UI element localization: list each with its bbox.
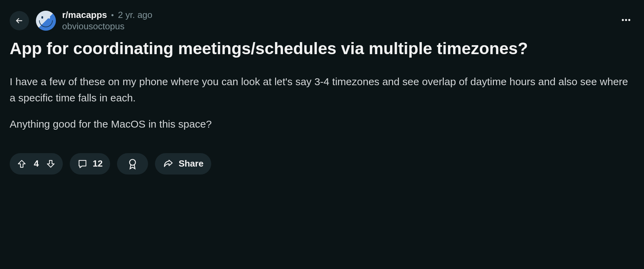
svg-point-2 [628, 19, 630, 21]
meta-top-row: r/macapps • 2 yr. ago [62, 10, 153, 20]
meta-separator: • [111, 11, 114, 20]
comment-icon [77, 159, 88, 169]
more-horizontal-icon [621, 14, 632, 26]
arrow-down-icon [46, 159, 56, 169]
back-button[interactable] [10, 11, 29, 30]
award-button[interactable] [117, 153, 148, 175]
body-paragraph: I have a few of these on my phone where … [10, 74, 631, 106]
arrow-up-icon [17, 159, 27, 169]
svg-point-0 [622, 19, 624, 21]
share-button[interactable]: Share [155, 153, 211, 175]
subreddit-link[interactable]: r/macapps [62, 10, 107, 20]
vote-widget: 4 [10, 153, 63, 175]
award-icon [127, 158, 138, 170]
share-icon [163, 158, 174, 169]
author-link[interactable]: obviousoctopus [62, 21, 153, 32]
post-title: App for coordinating meetings/schedules … [10, 38, 631, 59]
share-label: Share [178, 158, 203, 169]
arrow-left-icon [14, 16, 24, 26]
svg-point-1 [625, 19, 627, 21]
svg-point-3 [130, 159, 136, 165]
post-timestamp: 2 yr. ago [118, 10, 153, 20]
upvote-button[interactable] [15, 157, 28, 170]
comments-button[interactable]: 12 [70, 153, 110, 175]
comment-count: 12 [92, 158, 103, 169]
body-paragraph: Anything good for the MacOS in this spac… [10, 116, 631, 132]
post-body: I have a few of these on my phone where … [10, 74, 631, 132]
vote-count: 4 [32, 158, 41, 169]
post-meta: r/macapps • 2 yr. ago obviousoctopus [62, 10, 153, 32]
post-header: r/macapps • 2 yr. ago obviousoctopus [10, 10, 634, 32]
post-actions: 4 12 Share [10, 153, 634, 175]
subreddit-avatar[interactable] [36, 11, 56, 31]
more-options-button[interactable] [618, 12, 634, 30]
downvote-button[interactable] [44, 157, 57, 170]
